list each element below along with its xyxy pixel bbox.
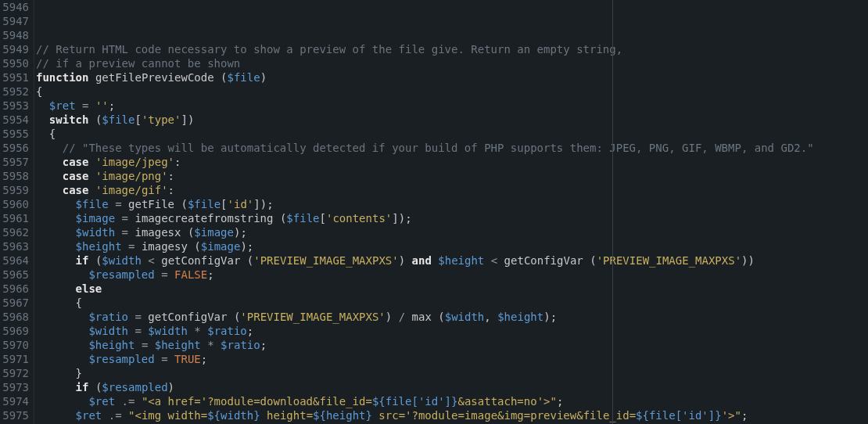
code-line[interactable]: }	[36, 366, 868, 380]
code-token: *	[207, 338, 213, 352]
code-line[interactable]: case 'image/jpeg':	[36, 155, 868, 169]
line-number: 5971	[0, 352, 29, 366]
code-token: {	[36, 84, 42, 99]
code-token	[432, 310, 438, 324]
code-line[interactable]: // Return HTML code necessary to show a …	[36, 42, 868, 56]
code-line[interactable]: case 'image/gif':	[36, 183, 868, 197]
code-token: and	[412, 253, 432, 268]
code-token: if	[76, 380, 89, 394]
code-token	[168, 268, 174, 282]
code-token: :	[174, 155, 181, 169]
code-line[interactable]: // "These types will be automatically de…	[36, 141, 868, 155]
code-token: $ret	[49, 99, 76, 113]
code-token: $height	[155, 338, 201, 352]
code-token: ${width}	[207, 408, 260, 422]
code-token: // Return HTML code necessary to show a …	[36, 42, 622, 56]
code-token	[135, 338, 141, 352]
code-token	[583, 253, 590, 268]
code-token: {	[76, 296, 82, 310]
code-line[interactable]: $ret .= "<a href='?module=download&file_…	[36, 394, 868, 408]
code-token	[36, 296, 76, 310]
code-token	[174, 197, 181, 211]
code-line[interactable]: $width = $width * $ratio;	[36, 324, 868, 338]
code-line[interactable]: case 'image/png':	[36, 169, 868, 183]
code-token: $resampled	[102, 380, 167, 394]
code-token: (	[194, 239, 200, 253]
code-token	[181, 225, 187, 239]
code-editor[interactable]: 5946594759485949595059515952595359545955…	[0, 0, 868, 424]
code-token: $height	[497, 310, 543, 324]
line-number: 5973	[0, 380, 29, 394]
code-line[interactable]: if ($width < getConfigVar ('PREVIEW_IMAG…	[36, 253, 868, 268]
code-token: $ratio	[88, 310, 128, 324]
code-line[interactable]: $height = $height * $ratio;	[36, 338, 868, 352]
line-number: 5947	[0, 14, 29, 28]
code-line[interactable]: $ratio = getConfigVar ('PREVIEW_IMAGE_MA…	[36, 310, 868, 324]
code-token	[405, 310, 411, 324]
code-token	[201, 338, 207, 352]
code-line[interactable]: if ($resampled)	[36, 380, 868, 394]
code-token: $image	[194, 225, 234, 239]
code-line[interactable]: {	[36, 127, 868, 141]
code-token: ;	[551, 310, 557, 324]
line-number: 5956	[0, 141, 29, 155]
line-number: 5963	[0, 239, 29, 253]
code-token: )	[234, 225, 240, 239]
code-token: /	[399, 310, 405, 324]
code-token: 'PREVIEW_IMAGE_MAXPXS'	[253, 253, 398, 268]
code-token: getFilePreviewCode	[95, 70, 214, 84]
code-token: :	[168, 183, 174, 197]
code-token: [	[135, 113, 141, 127]
code-line[interactable]: $width = imagesx ($image);	[36, 225, 868, 239]
code-line[interactable]: function getFilePreviewCode ($file)	[36, 70, 868, 84]
code-token: case	[63, 169, 89, 183]
code-token	[36, 99, 49, 113]
code-token: ${file['id']}	[636, 408, 722, 422]
code-token	[88, 169, 95, 183]
code-line[interactable]: $resampled = TRUE;	[36, 352, 868, 366]
code-token: ;	[267, 197, 273, 211]
code-line[interactable]: switch ($file['type'])	[36, 113, 868, 127]
code-token: ,	[484, 310, 490, 324]
code-token: ;	[260, 338, 267, 352]
code-token: ${file['id']}	[372, 394, 458, 408]
code-token: =	[135, 324, 141, 338]
code-line[interactable]: $image = imagecreatefromstring ($file['c…	[36, 211, 868, 225]
code-line[interactable]: else	[36, 282, 868, 296]
code-line[interactable]: $file = getFile ($file['id']);	[36, 197, 868, 211]
code-token: (	[221, 70, 227, 84]
code-line[interactable]: $ret = '';	[36, 99, 868, 113]
code-token: getFile	[128, 197, 174, 211]
code-token: $height	[88, 338, 135, 352]
code-token: (	[95, 253, 102, 268]
code-token	[36, 310, 88, 324]
code-token: 'type'	[142, 113, 181, 127]
code-token: 'id'	[228, 197, 254, 211]
code-token: ]	[181, 113, 187, 127]
line-number: 5949	[0, 42, 29, 56]
code-token	[88, 183, 95, 197]
code-line[interactable]: $ret .= "<img width=${width} height=${he…	[36, 408, 868, 422]
code-token: :	[168, 169, 174, 183]
code-line[interactable]: // if a preview cannot be shown	[36, 56, 868, 70]
code-token	[142, 253, 148, 268]
code-token: "<img width=	[128, 408, 207, 422]
code-token: )	[188, 113, 194, 127]
code-line[interactable]: $resampled = FALSE;	[36, 268, 868, 282]
code-token: switch	[49, 113, 89, 127]
code-token: )	[748, 253, 755, 268]
code-area[interactable]: // Return HTML code necessary to show a …	[34, 0, 868, 424]
code-token: $file	[227, 70, 260, 84]
code-line[interactable]: {	[36, 84, 868, 99]
code-line[interactable]: $height = imagesy ($image);	[36, 239, 868, 253]
code-token: $height	[76, 239, 122, 253]
code-token: $width	[88, 324, 128, 338]
code-token: (	[438, 310, 444, 324]
code-token: ;	[207, 268, 213, 282]
code-token: )	[399, 211, 405, 225]
code-token	[88, 70, 95, 84]
code-line[interactable]: {	[36, 296, 868, 310]
code-token: ''	[95, 99, 109, 113]
code-token: 'contents'	[326, 211, 392, 225]
code-token: =	[122, 225, 128, 239]
